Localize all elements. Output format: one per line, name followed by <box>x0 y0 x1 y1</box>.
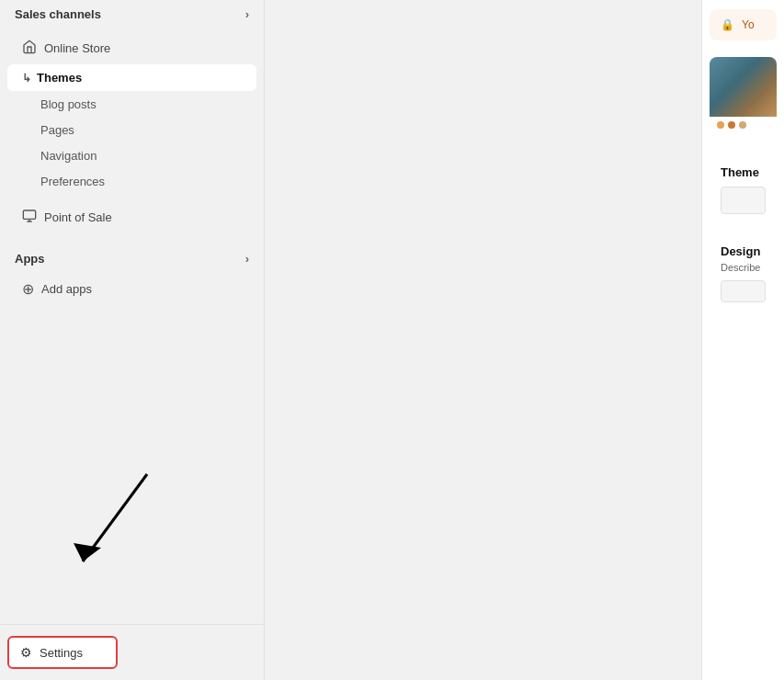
add-apps-icon: ⊕ <box>22 280 34 298</box>
sidebar-item-preferences[interactable]: Preferences <box>7 169 256 194</box>
blog-posts-label: Blog posts <box>40 97 97 111</box>
sales-channels-chevron: › <box>245 7 249 21</box>
theme-library-box <box>721 187 766 214</box>
settings-button[interactable]: ⚙ Settings <box>7 636 118 669</box>
sidebar-item-pages[interactable]: Pages <box>7 118 256 142</box>
add-apps-label: Add apps <box>41 282 92 296</box>
sidebar-bottom: ⚙ Settings <box>0 624 264 680</box>
theme-library-card: Theme <box>710 154 777 219</box>
point-of-sale-label: Point of Sale <box>44 210 112 224</box>
design-title: Design <box>721 244 766 258</box>
gear-icon: ⚙ <box>20 645 32 660</box>
lock-icon: 🔒 <box>721 18 734 31</box>
sales-channels-label: Sales channels <box>15 7 101 21</box>
sidebar-item-add-apps[interactable]: ⊕ Add apps <box>7 274 256 304</box>
sidebar-item-navigation[interactable]: Navigation <box>7 143 256 168</box>
sidebar-item-point-of-sale[interactable]: Point of Sale <box>7 202 256 232</box>
online-store-group: Online Store ↳ Themes Blog posts Pages N… <box>0 28 264 198</box>
themes-label: Themes <box>37 71 82 85</box>
settings-label: Settings <box>40 646 83 660</box>
theme-preview-card <box>710 57 777 140</box>
sidebar-item-blog-posts[interactable]: Blog posts <box>7 92 256 117</box>
apps-section-header[interactable]: Apps › <box>0 244 264 273</box>
arrow-annotation <box>55 465 165 588</box>
design-input-box <box>721 280 766 302</box>
navigation-label: Navigation <box>40 149 97 163</box>
theme-dot-2 <box>728 121 735 129</box>
theme-image <box>710 57 777 117</box>
apps-chevron: › <box>245 252 249 266</box>
pages-label: Pages <box>40 123 74 137</box>
notification-text: Yo <box>742 18 755 31</box>
online-store-icon <box>22 40 37 57</box>
svg-marker-2 <box>74 543 101 561</box>
sidebar-item-online-store[interactable]: Online Store <box>7 33 256 63</box>
apps-label: Apps <box>15 252 45 266</box>
svg-line-1 <box>83 474 147 561</box>
sales-channels-header[interactable]: Sales channels › <box>0 0 264 28</box>
preferences-label: Preferences <box>40 175 105 188</box>
theme-dot-3 <box>739 121 746 129</box>
themes-arrow-icon: ↳ <box>22 72 31 85</box>
notification-banner: 🔒 Yo <box>710 9 777 40</box>
right-panel: 🔒 Yo Theme Design Describe <box>701 0 784 680</box>
design-card: Design Describe <box>710 233 777 313</box>
design-desc: Describe <box>721 262 766 273</box>
theme-library-title: Theme <box>721 165 766 179</box>
theme-dot-1 <box>717 121 724 129</box>
online-store-label: Online Store <box>44 41 110 55</box>
point-of-sale-icon <box>22 209 37 226</box>
sidebar-item-themes[interactable]: ↳ Themes <box>7 64 256 91</box>
theme-dots <box>710 117 777 133</box>
sidebar: Sales channels › Online Store ↳ Themes B… <box>0 0 265 680</box>
svg-rect-0 <box>23 210 35 219</box>
